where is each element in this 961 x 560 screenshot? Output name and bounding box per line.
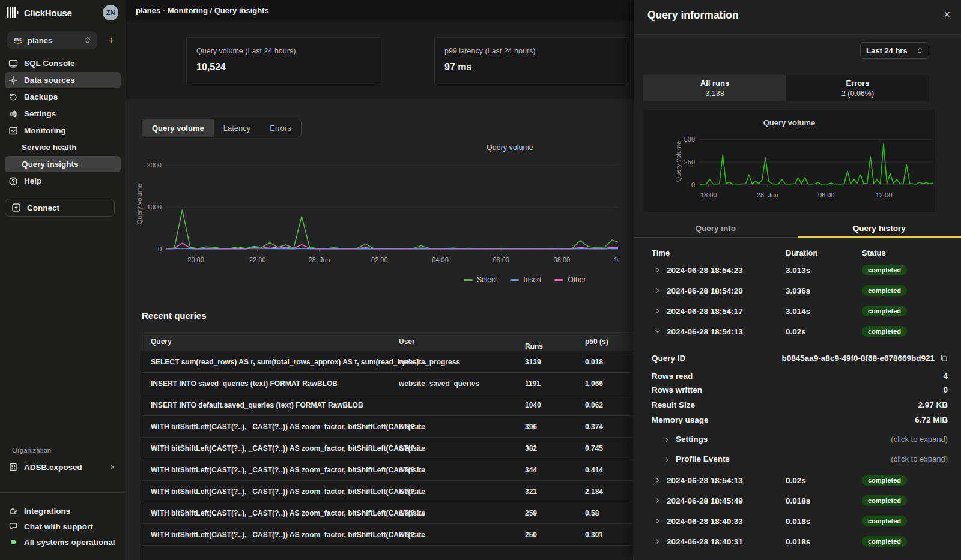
chevron-right-icon[interactable] [664, 456, 671, 463]
sidebar-item-backups[interactable]: Backups [5, 89, 121, 105]
cell-p50: 0.374 [585, 423, 603, 431]
time-range-selector[interactable]: Last 24 hrs [860, 42, 929, 59]
sidebar-item-help[interactable]: Help [5, 173, 121, 189]
stat-section: Query volume (Last 24 hours) 10,524 p99 … [126, 21, 634, 99]
legend-item-select[interactable]: Select [464, 275, 497, 284]
table-row[interactable]: INSERT INTO default.saved_queries (text)… [142, 394, 633, 415]
history-row[interactable]: 2024-06-28 18:40:330.018scompleted [634, 511, 961, 532]
sidebar-item-label: Settings [24, 109, 56, 118]
sidebar-item-settings[interactable]: Settings [5, 106, 121, 122]
select-swatch-icon [464, 279, 473, 281]
chevron-right-icon[interactable] [654, 307, 661, 315]
svg-text:06:00: 06:00 [818, 191, 835, 199]
svg-text:28. Jun: 28. Jun [757, 191, 778, 199]
history-table-body: 2024-06-28 18:54:233.013scompleted2024-0… [634, 260, 961, 560]
chevron-right-icon[interactable] [664, 436, 671, 444]
main-chart-canvas: 01000200020:0022:0028. Jun02:0004:0006:0… [133, 153, 618, 271]
chevron-right-icon[interactable] [654, 538, 661, 545]
expandable-label: Settings [676, 435, 708, 444]
sidebar-item-query-insights[interactable]: Query insights [5, 156, 121, 172]
tab-errors[interactable]: Errors [260, 119, 300, 137]
history-row[interactable]: 2024-06-28 18:40:310.018scompleted [634, 532, 961, 552]
system-status-row[interactable]: All systems operational [5, 534, 121, 550]
panel-title: Query information [647, 9, 739, 22]
legend-item-insert[interactable]: Insert [510, 275, 541, 284]
svg-text:1000: 1000 [147, 203, 162, 211]
detail-expandable-settings[interactable]: Settings(click to expand) [664, 435, 948, 448]
detail-field-value: b0845aa9-a8c9-49f0-8f68-e678669bd921 [782, 354, 935, 363]
table-row[interactable]: SELECT sum(read_rows) AS r, sum(total_ro… [142, 351, 633, 372]
legend-item-other[interactable]: Other [554, 275, 586, 284]
history-row[interactable]: 2024-06-28 18:54:130.02scompleted [634, 322, 961, 342]
detail-field-row: Rows read4 [652, 372, 948, 385]
svg-text:22:00: 22:00 [249, 256, 266, 263]
add-service-button[interactable]: + [104, 34, 118, 46]
service-selector[interactable]: aws planes [7, 31, 97, 49]
table-row[interactable]: WITH bitShiftLeft(CAST(?..), _CAST(?..))… [142, 480, 633, 502]
avatar[interactable]: ZN [103, 5, 118, 20]
svg-text:0: 0 [691, 181, 695, 188]
history-row[interactable]: 2024-06-28 18:45:490.018scompleted [634, 491, 961, 511]
table-row[interactable]: INSERT INTO saved_queries (text) FORMAT … [142, 372, 633, 394]
table-row[interactable]: WITH bitShiftLeft(CAST(?..), _CAST(?..))… [142, 437, 633, 459]
connect-button[interactable]: Connect [5, 199, 115, 217]
cell-p50: 0.062 [585, 401, 603, 409]
table-row[interactable] [142, 545, 633, 560]
sidebar-item-sql-console[interactable]: SQL Console [5, 55, 121, 71]
sidebar-item-chat-support[interactable]: Chat with support [5, 519, 121, 534]
mini-chart-canvas: 025050018:0028. Jun06:0012:00Query volum… [643, 130, 935, 209]
copy-icon[interactable] [940, 354, 948, 362]
content-section: Query volume Latency Errors Query volume… [126, 99, 634, 560]
cell-user: website [399, 423, 425, 431]
cell-runs: 1191 [525, 379, 541, 388]
sidebar-item-monitoring[interactable]: Monitoring [5, 122, 121, 139]
chevron-right-icon[interactable] [654, 266, 661, 274]
column-header-p50[interactable]: p50 (s) [585, 337, 608, 346]
status-badge: completed [862, 475, 907, 486]
cell-query: WITH bitShiftLeft(CAST(?..), _CAST(?..))… [151, 509, 425, 517]
tab-latency[interactable]: Latency [214, 119, 261, 137]
chevron-down-icon[interactable] [654, 328, 661, 335]
sidebar-item-data-sources[interactable]: Data sources [5, 72, 121, 88]
main-chart[interactable]: 01000200020:0022:0028. Jun02:0004:0006:0… [133, 153, 618, 273]
organization-name: ADSB.exposed [24, 463, 82, 472]
cell-query: INSERT INTO saved_queries (text) FORMAT … [151, 379, 338, 388]
expandable-label: Profile Events [676, 454, 730, 463]
cell-time: 2024-06-28 18:40:31 [667, 537, 743, 546]
column-header-user[interactable]: User [399, 337, 415, 346]
svg-text:250: 250 [684, 158, 695, 166]
sidebar-item-service-health[interactable]: Service health [5, 139, 121, 155]
cell-runs: 321 [525, 487, 537, 496]
chevron-right-icon[interactable] [654, 477, 661, 484]
mini-query-volume-chart[interactable]: Query volume 025050018:0028. Jun06:0012:… [643, 110, 935, 212]
table-row[interactable]: WITH bitShiftLeft(CAST(?..), _CAST(?..))… [142, 459, 633, 480]
cell-user: website [399, 487, 425, 496]
status-badge: completed [862, 495, 907, 506]
cell-runs: 396 [525, 423, 537, 431]
chevron-right-icon[interactable] [654, 497, 661, 504]
chevron-right-icon[interactable] [654, 287, 661, 294]
column-header-query[interactable]: Query [151, 337, 172, 346]
sidebar-item-integrations[interactable]: Integrations [5, 503, 121, 519]
toggle-errors[interactable]: Errors 2 (0.06%) [786, 75, 929, 101]
tab-query-history[interactable]: Query history [798, 221, 961, 237]
table-row[interactable]: WITH bitShiftLeft(CAST(?..), _CAST(?..))… [142, 523, 633, 545]
history-row[interactable]: 2024-06-28 18:54:233.013scompleted [634, 260, 961, 281]
history-row[interactable]: 2024-06-28 18:54:173.014scompleted [634, 301, 961, 322]
tab-query-info[interactable]: Query info [634, 221, 798, 237]
recent-queries-body: SELECT sum(read_rows) AS r, sum(total_ro… [142, 351, 633, 560]
detail-field-row: Rows written0 [652, 385, 948, 399]
history-row[interactable]: 2024-06-28 18:54:130.02scompleted [634, 471, 961, 491]
chevron-right-icon[interactable] [654, 517, 661, 525]
table-row[interactable]: WITH bitShiftLeft(CAST(?..), _CAST(?..))… [142, 415, 633, 437]
organization-switcher[interactable]: ADSB.exposed [5, 459, 121, 475]
table-row[interactable]: WITH bitShiftLeft(CAST(?..), _CAST(?..))… [142, 502, 633, 523]
close-icon[interactable]: × [944, 8, 950, 21]
toggle-all-runs[interactable]: All runs 3,138 [643, 75, 786, 101]
help-icon [8, 176, 18, 186]
detail-expandable-profile-events[interactable]: Profile Events(click to expand) [664, 454, 948, 468]
svg-text:12:00: 12:00 [876, 191, 893, 199]
cell-time: 2024-06-28 18:54:23 [667, 266, 743, 275]
history-row[interactable]: 2024-06-28 18:54:203.036scompleted [634, 281, 961, 301]
tab-query-volume[interactable]: Query volume [142, 119, 214, 137]
